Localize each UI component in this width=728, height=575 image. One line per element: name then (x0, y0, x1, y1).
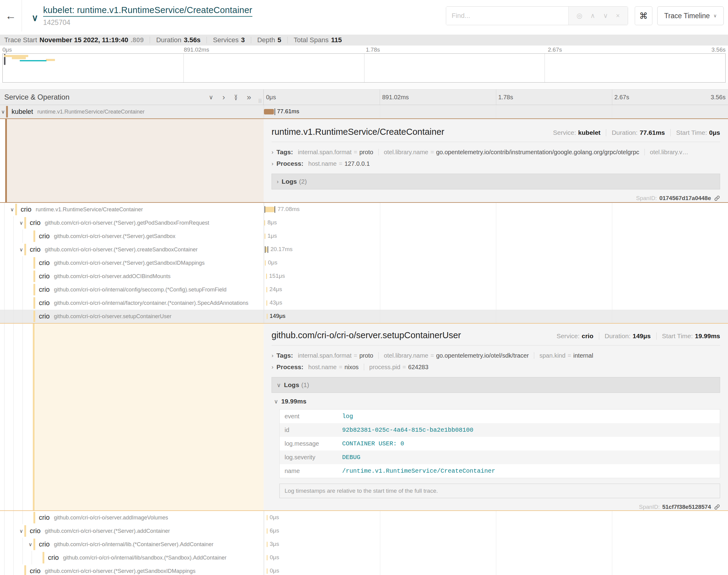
jaeger-trace-page: ← ∨ kubelet: runtime.v1.RuntimeService/C… (0, 0, 728, 575)
log-entry-header[interactable]: ∨ 19.99ms (274, 398, 720, 405)
process-accordion[interactable]: › Process: host.name=127.0.0.1 (271, 158, 720, 169)
span-duration-bar[interactable] (267, 555, 268, 561)
start-time-label: Start Time: (676, 129, 707, 136)
spanid-label: SpanID: (639, 504, 660, 510)
span-operation: github.com/cri-o/cri-o/server.(*Server).… (45, 568, 195, 574)
chevron-down-icon[interactable]: ∨ (18, 528, 24, 534)
span-row-setupcontaineruser[interactable]: ∨criogithub.com/cri-o/cri-o/server.setup… (0, 310, 728, 323)
span-row-getsandboxidmappings-2[interactable]: ∨criogithub.com/cri-o/cri-o/server.(*Ser… (0, 564, 728, 575)
span-row-specaddannotations[interactable]: ∨criogithub.com/cri-o/cri-o/internal/fac… (0, 296, 728, 310)
tags-accordion[interactable]: › Tags: internal.span.format=proto otel.… (271, 350, 720, 361)
span-color-bar (33, 512, 35, 523)
log-field-value: 92b82381-025c-4a64-815c-ba2e1bb08100 (337, 423, 720, 437)
service-value: kubelet (578, 129, 601, 136)
trace-id: 1425704 (43, 19, 253, 27)
process-accordion[interactable]: › Process: host.name=nixos process.pid=6… (271, 361, 720, 373)
clear-find-icon[interactable]: × (616, 12, 620, 20)
view-selector-dropdown[interactable]: Trace Timeline ∨ (657, 6, 724, 25)
log-field-row: eventlog (280, 410, 720, 424)
chevron-down-icon[interactable]: ∨ (18, 220, 24, 226)
span-duration-bar[interactable] (266, 287, 267, 292)
span-row-getsandboxidmappings[interactable]: ∨criogithub.com/cri-o/cri-o/server.(*Ser… (0, 256, 728, 270)
tags-accordion[interactable]: › Tags: internal.span.format=proto otel.… (271, 146, 720, 158)
span-operation: github.com/cri-o/cri-o/server.setupConta… (54, 313, 171, 320)
expand-all-double-chevron-right-icon[interactable]: » (247, 93, 251, 101)
keyboard-shortcuts-button[interactable]: ⌘ (635, 6, 652, 25)
page-header: ← ∨ kubelet: runtime.v1.RuntimeService/C… (0, 0, 728, 32)
span-duration-bar[interactable] (267, 515, 268, 520)
span-duration-bar[interactable] (264, 220, 265, 226)
trace-title-link[interactable]: kubelet: runtime.v1.RuntimeService/Creat… (43, 5, 253, 17)
trace-minimap[interactable] (2, 54, 726, 82)
command-icon: ⌘ (639, 11, 648, 21)
span-duration-label: 77.61ms (277, 108, 299, 115)
span-duration-bar[interactable] (264, 109, 274, 114)
locate-target-icon[interactable]: ◎ (576, 12, 582, 20)
span-color-bar (33, 539, 35, 550)
prev-result-chevron-up-icon[interactable]: ∧ (590, 12, 595, 20)
span-duration-label: 151μs (269, 273, 285, 279)
span-duration-bar[interactable] (265, 260, 266, 266)
span-row-getpodsandboxfromrequest[interactable]: ∨criogithub.com/cri-o/cri-o/server.(*Ser… (0, 216, 728, 230)
find-input[interactable] (446, 7, 568, 25)
span-operation: runtime.v1.RuntimeService/CreateContaine… (37, 109, 144, 115)
minimap-tick-labels: 0μs 891.02ms 1.78s 2.67s 3.56s (0, 45, 728, 54)
span-duration-bar[interactable] (267, 568, 268, 574)
span-operation: github.com/cri-o/cri-o/internal/config/s… (54, 286, 226, 293)
detail-span-title: runtime.v1.RuntimeService/CreateContaine… (271, 127, 444, 137)
span-operation: github.com/cri-o/cri-o/server.(*Server).… (45, 220, 209, 226)
chevron-down-icon[interactable]: ∨ (9, 206, 15, 213)
span-duration-bar[interactable] (267, 542, 268, 547)
minimap-tick: 2.67s (548, 46, 562, 53)
span-duration-bar[interactable] (266, 274, 267, 279)
minimap-span-bar (4, 55, 28, 57)
column-resize-handle[interactable]: || (259, 98, 262, 103)
span-duration-label: 3μs (270, 541, 279, 547)
dropdown-caret-icon: ∨ (714, 13, 717, 19)
span-duration-bar[interactable] (265, 207, 274, 212)
span-duration-bar[interactable] (267, 314, 268, 319)
span-row-kubelet-createcontainer[interactable]: ∨kubeletruntime.v1.RuntimeService/Create… (0, 105, 728, 119)
span-duration-label: 20.17ms (270, 246, 293, 252)
span-row-addcontainer[interactable]: ∨criogithub.com/cri-o/cri-o/server.(*Ser… (0, 524, 728, 538)
duration-label: Duration: (605, 332, 630, 340)
collapse-trace-chevron-down-icon[interactable]: ∨ (32, 13, 38, 23)
span-detail-kubelet: runtime.v1.RuntimeService/CreateContaine… (0, 119, 728, 203)
chevron-down-icon[interactable]: ∨ (0, 109, 6, 115)
chevron-right-icon: › (271, 352, 273, 359)
span-row-addocibindmounts[interactable]: ∨criogithub.com/cri-o/cri-o/server.addOC… (0, 270, 728, 283)
minimap-tick: 1.78s (366, 46, 380, 53)
expand-one-chevron-right-icon[interactable]: › (222, 93, 225, 101)
span-color-bar (33, 270, 35, 282)
chevron-down-icon[interactable]: ∨ (18, 246, 24, 253)
chevron-down-icon: ∨ (274, 398, 278, 405)
span-row-lib-addcontainer[interactable]: ∨criogithub.com/cri-o/cri-o/internal/lib… (0, 538, 728, 551)
span-service: kubelet (11, 108, 33, 116)
log-field-key: name (280, 464, 337, 478)
process-label: Process: (276, 160, 303, 167)
span-row-createsandboxcontainer[interactable]: ∨criogithub.com/cri-o/cri-o/server.(*Ser… (0, 243, 728, 256)
span-row-getsandbox[interactable]: ∨criogithub.com/cri-o/cri-o/server.(*Ser… (0, 230, 728, 243)
copy-link-icon[interactable] (714, 195, 720, 201)
depth-label: Depth (257, 36, 275, 44)
collapse-all-double-chevron-down-icon[interactable]: ∨∨ (234, 94, 238, 100)
span-duration-bar[interactable] (265, 233, 265, 239)
back-button[interactable]: ← (0, 0, 22, 32)
logs-accordion-expanded[interactable]: ∨ Logs (1) (271, 377, 720, 393)
span-duration-bar[interactable] (267, 528, 268, 534)
span-row-sandbox-addcontainer[interactable]: ∨criogithub.com/cri-o/cri-o/internal/lib… (0, 551, 728, 564)
chevron-down-icon[interactable]: ∨ (27, 541, 33, 548)
logs-accordion[interactable]: › Logs (2) (271, 174, 720, 190)
span-row-crio-createcontainer[interactable]: ∨crioruntime.v1.RuntimeService/CreateCon… (0, 203, 728, 216)
log-field-value: /runtime.v1.RuntimeService/CreateContain… (337, 464, 720, 478)
span-duration-bar[interactable] (266, 300, 267, 306)
collapse-one-chevron-down-icon[interactable]: ∨ (209, 94, 213, 100)
copy-link-icon[interactable] (714, 504, 720, 510)
span-service: crio (30, 567, 40, 575)
span-row-setupfromfield[interactable]: ∨criogithub.com/cri-o/cri-o/internal/con… (0, 283, 728, 296)
span-duration-label: 24μs (269, 286, 282, 293)
logs-count: (1) (301, 381, 309, 388)
span-row-addimagevolumes[interactable]: ∨criogithub.com/cri-o/cri-o/server.addIm… (0, 511, 728, 524)
next-result-chevron-down-icon[interactable]: ∨ (603, 12, 608, 20)
start-time-value: 0μs (709, 129, 720, 136)
